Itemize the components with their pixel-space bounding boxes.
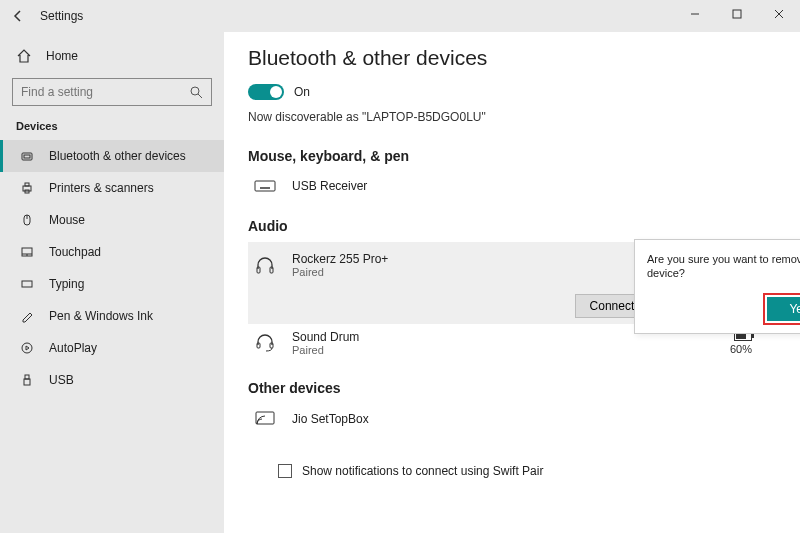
svg-point-2	[191, 87, 199, 95]
nav-label: USB	[49, 373, 74, 387]
svg-rect-20	[25, 375, 29, 379]
section-other-title: Other devices	[248, 380, 776, 396]
search-icon	[189, 85, 203, 99]
minimize-button[interactable]	[674, 0, 716, 28]
svg-rect-14	[22, 281, 32, 287]
keyboard-icon	[252, 178, 278, 194]
svg-rect-7	[25, 183, 29, 186]
maximize-button[interactable]	[716, 0, 758, 28]
battery-pct: 60%	[730, 343, 752, 355]
section-mouse-title: Mouse, keyboard, & pen	[248, 148, 776, 164]
device-settop[interactable]: Jio SetTopBox	[248, 404, 776, 434]
device-usb-receiver[interactable]: USB Receiver	[248, 172, 776, 200]
svg-rect-33	[256, 412, 274, 424]
pen-icon	[19, 309, 35, 323]
home-nav[interactable]: Home	[0, 40, 224, 72]
device-status: Paired	[292, 344, 716, 356]
svg-rect-5	[24, 155, 30, 158]
home-label: Home	[46, 49, 78, 63]
page-title: Bluetooth & other devices	[248, 46, 776, 70]
toggle-label: On	[294, 85, 310, 99]
nav-label: Mouse	[49, 213, 85, 227]
nav-touchpad[interactable]: Touchpad	[0, 236, 224, 268]
typing-icon	[19, 277, 35, 291]
content-pane: Bluetooth & other devices On Now discove…	[224, 32, 800, 533]
popup-message: Are you sure you want to remove this dev…	[647, 252, 800, 281]
back-button[interactable]	[8, 6, 28, 26]
search-field[interactable]	[21, 85, 181, 99]
touchpad-icon	[19, 245, 35, 259]
nav-typing[interactable]: Typing	[0, 268, 224, 300]
close-button[interactable]	[758, 0, 800, 28]
nav-label: Typing	[49, 277, 84, 291]
svg-point-19	[22, 343, 32, 353]
autoplay-icon	[19, 341, 35, 355]
nav-label: Touchpad	[49, 245, 101, 259]
svg-rect-21	[24, 379, 30, 385]
device-name: Jio SetTopBox	[292, 412, 772, 426]
home-icon	[16, 48, 32, 64]
svg-rect-22	[255, 181, 275, 191]
section-audio-title: Audio	[248, 218, 776, 234]
confirm-yes-button[interactable]: Yes	[767, 297, 800, 321]
bluetooth-icon	[19, 149, 35, 163]
swift-pair-option[interactable]: Show notifications to connect using Swif…	[278, 464, 776, 478]
device-name: USB Receiver	[292, 179, 772, 193]
nav-bluetooth[interactable]: Bluetooth & other devices	[0, 140, 224, 172]
printer-icon	[19, 181, 35, 195]
cast-icon	[252, 410, 278, 428]
svg-rect-1	[733, 10, 741, 18]
checkbox[interactable]	[278, 464, 292, 478]
battery-status: 60%	[730, 331, 752, 355]
nav-mouse[interactable]: Mouse	[0, 204, 224, 236]
nav-label: Bluetooth & other devices	[49, 149, 186, 163]
window-title: Settings	[40, 9, 83, 23]
nav-usb[interactable]: USB	[0, 364, 224, 396]
nav-label: Pen & Windows Ink	[49, 309, 153, 323]
headset-icon	[252, 333, 278, 353]
svg-line-3	[198, 94, 202, 98]
bluetooth-toggle[interactable]	[248, 84, 284, 100]
confirm-remove-popup: Are you sure you want to remove this dev…	[634, 239, 800, 334]
nav-label: Printers & scanners	[49, 181, 154, 195]
nav-autoplay[interactable]: AutoPlay	[0, 332, 224, 364]
discoverable-text: Now discoverable as "LAPTOP-B5DGO0LU"	[248, 110, 776, 124]
headphones-icon	[252, 255, 278, 275]
swift-pair-label: Show notifications to connect using Swif…	[302, 464, 543, 478]
sidebar: Home Devices Bluetooth & other devices P…	[0, 32, 224, 533]
usb-icon	[19, 373, 35, 387]
search-input[interactable]	[12, 78, 212, 106]
nav-pen[interactable]: Pen & Windows Ink	[0, 300, 224, 332]
nav-label: AutoPlay	[49, 341, 97, 355]
nav-printers[interactable]: Printers & scanners	[0, 172, 224, 204]
mouse-icon	[19, 213, 35, 227]
category-header: Devices	[0, 116, 224, 140]
